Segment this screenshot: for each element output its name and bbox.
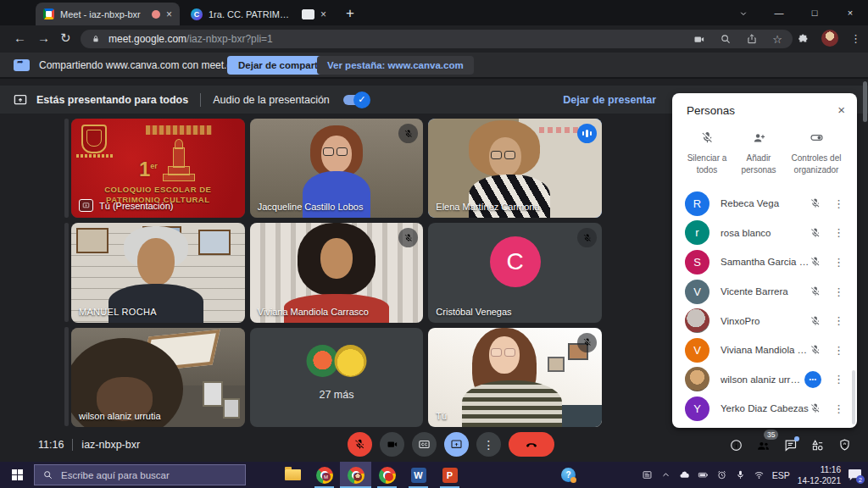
participant-row: VinxoPro ⋮	[672, 306, 857, 336]
host-controls-shield-button[interactable]	[837, 438, 852, 452]
host-controls-button[interactable]: Controles del organizador	[787, 130, 846, 176]
participant-menu-icon[interactable]: ⋮	[833, 373, 844, 385]
tile-name: wilson alaniz urrutia	[79, 411, 161, 421]
tile-self[interactable]: Tú	[428, 328, 602, 427]
end-call-button[interactable]	[509, 432, 554, 457]
activities-button[interactable]	[810, 438, 825, 452]
tile-viviana[interactable]: Viviana Mandiola Carrasco	[250, 223, 424, 322]
tile-jacqueline[interactable]: Jacqueline Castillo Lobos	[250, 119, 424, 218]
participant-menu-icon[interactable]: ⋮	[833, 402, 844, 415]
video-grid: 1er COLOQUIO ESCOLAR DE PATRIMONIO CULTU…	[71, 119, 602, 427]
taskbar-clock[interactable]: 11:16 14-12-2021	[798, 464, 841, 486]
taskbar-search[interactable]: Escribe aquí para buscar	[34, 464, 246, 485]
tile-overflow[interactable]: 27 más	[250, 328, 424, 427]
mic-button[interactable]	[348, 432, 372, 457]
new-tab-button[interactable]: +	[346, 5, 354, 22]
desktop-screen: Meet - iaz-nbxp-bxr × C 1ra. CC. PATRIMO…	[0, 0, 868, 488]
chrome-profile2-button[interactable]	[371, 462, 403, 488]
avatar: r	[685, 220, 709, 245]
tab-meet[interactable]: Meet - iaz-nbxp-bxr ×	[36, 3, 180, 25]
close-panel-icon[interactable]: ×	[837, 103, 845, 117]
captions-button[interactable]	[412, 432, 437, 457]
add-people-button[interactable]: Añadir personas	[736, 130, 782, 176]
view-tab-button[interactable]: Ver pestaña: www.canva.com	[317, 56, 474, 75]
more-options-button[interactable]: ⋮	[476, 432, 501, 457]
battery-icon[interactable]	[698, 469, 709, 480]
search-icon[interactable]	[720, 33, 732, 45]
tile-name: Tú (Presentación)	[99, 201, 173, 211]
mic-off-icon[interactable]	[810, 344, 821, 356]
maximize-button[interactable]: □	[797, 8, 832, 18]
participant-menu-icon[interactable]: ⋮	[833, 197, 844, 210]
tab-close-icon[interactable]: ×	[320, 8, 326, 20]
microphone-tray-icon[interactable]	[735, 469, 746, 480]
powerpoint-button[interactable]: P	[434, 462, 465, 488]
start-button[interactable]	[0, 462, 34, 488]
present-button[interactable]	[444, 432, 469, 457]
language-indicator[interactable]: ESP	[772, 470, 790, 480]
tile-elena[interactable]: Elena Martínez Carmona	[428, 119, 602, 218]
participant-menu-icon[interactable]: ⋮	[833, 344, 844, 357]
presentation-audio-toggle[interactable]: ✓	[343, 95, 369, 105]
participant-menu-icon[interactable]: ⋮	[833, 286, 844, 298]
folder-icon	[285, 469, 301, 480]
tab-canva[interactable]: C 1ra. CC. PATRIMONIO CULTURAL 2 ×	[183, 3, 334, 25]
close-window-button[interactable]: ×	[832, 8, 868, 18]
file-explorer-button[interactable]	[277, 462, 309, 488]
chrome-profile1-button[interactable]: M	[309, 462, 340, 488]
slide-title-line1: COLOQUIO ESCOLAR DE	[71, 185, 245, 194]
stop-presenting-button[interactable]: Dejar de presentar	[563, 94, 656, 106]
refresh-button[interactable]: ↻	[60, 30, 71, 46]
participant-menu-icon[interactable]: ⋮	[833, 314, 844, 327]
news-widget-icon[interactable]	[642, 469, 653, 480]
camera-button[interactable]	[380, 432, 404, 457]
action-center-button[interactable]: 2	[849, 469, 861, 480]
extensions-puzzle-icon[interactable]	[797, 32, 810, 45]
chrome-icon	[379, 467, 396, 484]
divider	[200, 93, 201, 107]
tab-close-icon[interactable]: ×	[166, 8, 172, 20]
word-button[interactable]: W	[403, 462, 434, 488]
share-icon[interactable]	[746, 33, 758, 45]
mic-off-icon[interactable]	[810, 256, 821, 268]
chat-button[interactable]	[783, 438, 798, 452]
minimize-button[interactable]: —	[761, 8, 797, 18]
mic-off-icon[interactable]	[810, 315, 821, 327]
search-placeholder: Escribe aquí para buscar	[61, 470, 170, 480]
show-hidden-icons-chevron[interactable]	[660, 469, 671, 480]
panel-scrollbar[interactable]	[852, 370, 855, 424]
meeting-code: iaz-nbxp-bxr	[81, 439, 140, 451]
help-tray-icon[interactable]: ?	[561, 468, 576, 482]
tile-manuel[interactable]: MANUEL ROCHA	[71, 223, 245, 322]
tab-search-icon[interactable]	[726, 7, 761, 18]
mic-off-icon[interactable]	[810, 286, 821, 297]
mic-off-icon[interactable]	[810, 197, 821, 209]
meeting-time: 11:16	[38, 439, 64, 451]
tile-presentation[interactable]: 1er COLOQUIO ESCOLAR DE PATRIMONIO CULTU…	[71, 119, 245, 218]
participant-list: R Rebeca Vega ⋮ r rosa blanco ⋮ S Samant…	[672, 189, 857, 424]
participant-menu-icon[interactable]: ⋮	[833, 256, 844, 269]
onedrive-cloud-icon[interactable]	[679, 469, 690, 480]
tile-cristobal[interactable]: C Cristóbal Venegas	[428, 223, 602, 322]
mic-off-icon[interactable]	[810, 402, 821, 414]
forward-button[interactable]: →	[37, 30, 50, 45]
chrome-active-button[interactable]	[340, 462, 371, 488]
tile-wilson[interactable]: wilson alaniz urrutia	[71, 328, 245, 427]
mute-all-button[interactable]: Silenciar a todos	[683, 130, 731, 176]
people-button[interactable]: 35	[756, 438, 771, 452]
address-bar[interactable]: meet.google.com/iaz-nbxp-bxr?pli=1 ☆	[81, 30, 793, 48]
person-add-icon	[752, 130, 766, 145]
bookmark-star-icon[interactable]: ☆	[772, 33, 782, 46]
alarm-clock-icon[interactable]	[716, 469, 727, 480]
mic-off-icon[interactable]	[810, 227, 821, 239]
participant-menu-icon[interactable]: ⋮	[833, 226, 844, 239]
browser-menu-icon[interactable]: ⋮	[850, 32, 861, 45]
profile-avatar[interactable]	[821, 30, 838, 47]
wifi-icon[interactable]	[754, 469, 765, 480]
monument-illustration	[163, 139, 193, 180]
url-path: /iaz-nbxp-bxr?pli=1	[186, 33, 273, 45]
camera-in-use-icon[interactable]	[693, 33, 705, 46]
page-scrollbar[interactable]	[863, 81, 867, 122]
meeting-details-button[interactable]	[729, 438, 743, 452]
back-button[interactable]: ←	[14, 30, 26, 45]
